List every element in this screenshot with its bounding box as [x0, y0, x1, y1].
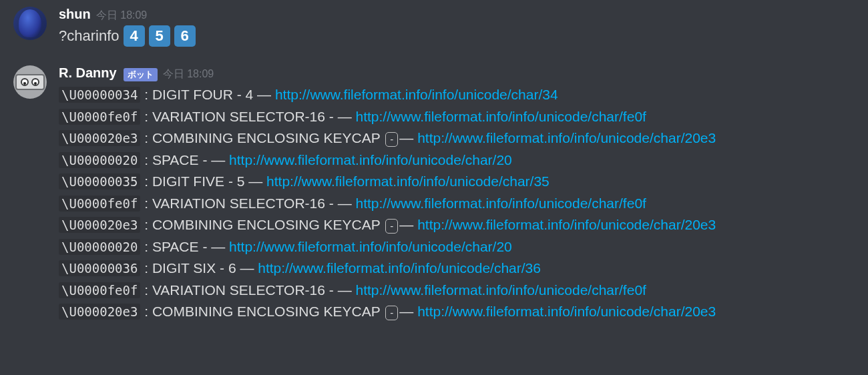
glyph: 5: [237, 173, 245, 189]
boxed-glyph: -: [385, 219, 398, 234]
message-body: ?charinfo 4 5 6: [59, 25, 855, 47]
keycap-emoji: 5: [149, 25, 170, 47]
command-text: ?charinfo: [59, 26, 120, 47]
charinfo-output: \U00000034 : DIGIT FOUR - 4 — http://www…: [59, 84, 855, 323]
char-link[interactable]: http://www.fileformat.info/info/unicode/…: [417, 304, 716, 319]
username[interactable]: shun: [59, 7, 91, 22]
timestamp: 今日 18:09: [96, 9, 147, 23]
char-link[interactable]: http://www.fileformat.info/info/unicode/…: [417, 130, 716, 145]
charinfo-line: \U000020e3 : COMBINING ENCLOSING KEYCAP …: [59, 127, 855, 149]
char-name: COMBINING ENCLOSING KEYCAP: [152, 130, 381, 145]
char-link[interactable]: http://www.fileformat.info/info/unicode/…: [356, 282, 646, 298]
glyph: 6: [228, 260, 236, 276]
char-link[interactable]: http://www.fileformat.info/info/unicode/…: [356, 196, 646, 211]
codepoint: \U00000020: [59, 152, 140, 168]
message: R. Danny ボット 今日 18:09 \U00000034 : DIGIT…: [0, 59, 868, 323]
char-link[interactable]: http://www.fileformat.info/info/unicode/…: [229, 152, 512, 167]
bot-face-icon: [15, 74, 45, 90]
char-link[interactable]: http://www.fileformat.info/info/unicode/…: [417, 217, 716, 232]
glyph: 4: [246, 87, 254, 102]
boxed-glyph: -: [385, 306, 398, 320]
avatar[interactable]: [13, 7, 47, 40]
char-name: SPACE: [152, 152, 199, 167]
codepoint: \U000020e3: [59, 130, 140, 146]
char-link[interactable]: http://www.fileformat.info/info/unicode/…: [229, 239, 512, 254]
charinfo-line: \U0000fe0f : VARIATION SELECTOR-16 - — h…: [59, 280, 855, 302]
char-name: DIGIT FOUR: [152, 87, 233, 102]
char-name: COMBINING ENCLOSING KEYCAP: [152, 304, 381, 319]
codepoint: \U0000fe0f: [59, 196, 140, 212]
char-name: SPACE: [152, 239, 199, 254]
char-name: DIGIT SIX: [152, 260, 216, 276]
keycap-emoji: 6: [174, 25, 196, 47]
codepoint: \U00000035: [59, 173, 140, 190]
charinfo-line: \U00000035 : DIGIT FIVE - 5 — http://www…: [59, 171, 855, 193]
timestamp: 今日 18:09: [163, 67, 214, 81]
message-header: R. Danny ボット 今日 18:09: [59, 65, 855, 81]
charinfo-line: \U00000020 : SPACE - — http://www.filefo…: [59, 149, 855, 171]
codepoint: \U000020e3: [59, 217, 140, 233]
char-name: DIGIT FIVE: [152, 173, 224, 189]
char-link[interactable]: http://www.fileformat.info/info/unicode/…: [266, 173, 550, 189]
char-link[interactable]: http://www.fileformat.info/info/unicode/…: [356, 109, 646, 124]
keycap-emoji: 4: [124, 25, 145, 47]
message-content: R. Danny ボット 今日 18:09 \U00000034 : DIGIT…: [59, 65, 855, 323]
codepoint: \U00000020: [59, 239, 140, 255]
charinfo-line: \U0000fe0f : VARIATION SELECTOR-16 - — h…: [59, 193, 855, 215]
charinfo-line: \U0000fe0f : VARIATION SELECTOR-16 - — h…: [59, 106, 855, 128]
char-link[interactable]: http://www.fileformat.info/info/unicode/…: [258, 260, 541, 276]
codepoint: \U00000034: [59, 87, 140, 103]
char-link[interactable]: http://www.fileformat.info/info/unicode/…: [275, 87, 558, 102]
message-header: shun 今日 18:09: [59, 7, 855, 23]
username[interactable]: R. Danny: [59, 65, 117, 81]
charinfo-line: \U00000034 : DIGIT FOUR - 4 — http://www…: [59, 84, 855, 106]
charinfo-line: \U00000020 : SPACE - — http://www.filefo…: [59, 236, 855, 258]
char-name: VARIATION SELECTOR-16: [152, 196, 325, 211]
avatar[interactable]: [13, 65, 47, 99]
boxed-glyph: -: [385, 132, 398, 147]
codepoint: \U00000036: [59, 260, 140, 276]
char-name: VARIATION SELECTOR-16: [152, 282, 325, 298]
charinfo-line: \U000020e3 : COMBINING ENCLOSING KEYCAP …: [59, 301, 855, 323]
message: shun 今日 18:09 ?charinfo 4 5 6: [0, 0, 868, 47]
char-name: COMBINING ENCLOSING KEYCAP: [152, 217, 381, 232]
codepoint: \U0000fe0f: [59, 109, 140, 125]
bot-tag: ボット: [124, 68, 158, 81]
charinfo-line: \U00000036 : DIGIT SIX - 6 — http://www.…: [59, 258, 855, 280]
codepoint: \U0000fe0f: [59, 282, 140, 298]
message-content: shun 今日 18:09 ?charinfo 4 5 6: [59, 7, 855, 47]
char-name: VARIATION SELECTOR-16: [152, 109, 325, 124]
codepoint: \U000020e3: [59, 304, 140, 320]
charinfo-line: \U000020e3 : COMBINING ENCLOSING KEYCAP …: [59, 214, 855, 236]
